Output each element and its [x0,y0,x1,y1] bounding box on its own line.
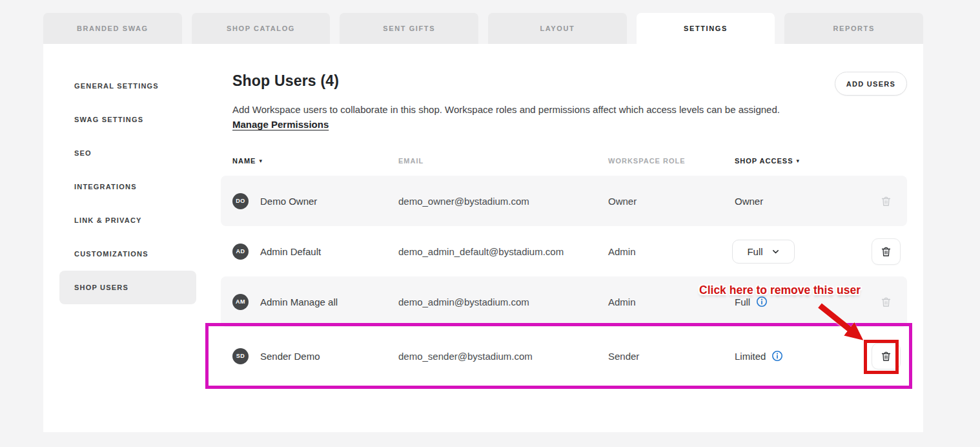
sort-arrow-icon: ▾ [259,158,263,164]
user-email: demo_admin_default@bystadium.com [398,246,608,257]
table-row: AM Admin Manage all demo_admin@bystadium… [221,276,907,327]
top-tab-bar: BRANDED SWAG SHOP CATALOG SENT GIFTS LAY… [43,13,923,44]
sidebar-item-integrations[interactable]: INTEGRATIONS [59,170,196,203]
trash-icon [872,289,901,315]
users-table: DO Demo Owner demo_owner@bystadium.com O… [221,176,907,385]
shop-access-value: Owner [735,196,763,207]
sort-arrow-icon: ▾ [796,158,800,164]
sidebar-item-seo[interactable]: SEO [59,136,196,170]
sidebar-item-link-privacy[interactable]: LINK & PRIVACY [59,203,196,237]
info-icon[interactable] [771,350,783,362]
page-title: Shop Users (4) [232,72,339,90]
shop-access-dropdown[interactable]: Full [732,240,795,264]
user-name: Sender Demo [260,351,320,362]
column-header-name[interactable]: NAME ▾ [232,157,398,165]
trash-icon [880,350,892,362]
sidebar-item-shop-users[interactable]: SHOP USERS [59,271,196,304]
chevron-down-icon [771,247,780,256]
user-email: demo_sender@bystadium.com [398,351,608,362]
workspace-role: Sender [608,351,726,362]
user-email: demo_admin@bystadium.com [398,296,608,307]
user-email: demo_owner@bystadium.com [398,196,608,207]
info-icon[interactable] [756,296,768,307]
workspace-role: Admin [608,296,726,307]
tab-shop-catalog[interactable]: SHOP CATALOG [192,13,331,44]
table-row: DO Demo Owner demo_owner@bystadium.com O… [221,176,907,226]
avatar: DO [232,193,249,209]
shop-users-content: Shop Users (4) Add Workspace users to co… [221,44,907,432]
settings-sidebar: GENERAL SETTINGS SWAG SETTINGS SEO INTEG… [59,69,196,304]
sidebar-item-general-settings[interactable]: GENERAL SETTINGS [59,69,196,103]
shop-access-value: Full [735,296,750,307]
delete-user-button[interactable] [872,238,901,265]
table-row: SD Sender Demo demo_sender@bystadium.com… [221,327,907,385]
manage-permissions-link[interactable]: Manage Permissions [232,119,329,130]
sidebar-item-customizations[interactable]: CUSTOMIZATIONS [59,237,196,271]
add-users-button[interactable]: ADD USERS [835,72,907,96]
tab-branded-swag[interactable]: BRANDED SWAG [43,13,182,44]
avatar: SD [232,348,249,364]
user-name: Admin Manage all [260,296,338,307]
workspace-role: Owner [608,196,726,207]
workspace-role: Admin [608,246,726,257]
trash-icon [872,188,901,214]
table-header-row: NAME ▾ EMAIL WORKSPACE ROLE SHOP ACCESS … [221,154,907,167]
user-name: Demo Owner [260,196,317,207]
tab-settings[interactable]: SETTINGS [637,13,775,44]
sidebar-item-swag-settings[interactable]: SWAG SETTINGS [59,103,196,136]
page-description: Add Workspace users to collaborate in th… [232,104,852,115]
column-header-workspace-role: WORKSPACE ROLE [608,157,726,165]
delete-user-button[interactable] [872,343,901,369]
table-row: AD Admin Default demo_admin_default@byst… [221,226,907,276]
column-header-shop-access[interactable]: SHOP ACCESS ▾ [726,157,865,165]
tab-layout[interactable]: LAYOUT [488,13,627,44]
settings-panel: GENERAL SETTINGS SWAG SETTINGS SEO INTEG… [43,44,923,432]
avatar: AD [232,244,249,260]
tab-reports[interactable]: REPORTS [784,13,923,44]
user-name: Admin Default [260,246,321,257]
shop-access-value: Limited [735,351,766,362]
avatar: AM [232,294,249,310]
trash-icon [880,245,892,258]
tab-sent-gifts[interactable]: SENT GIFTS [340,13,478,44]
column-header-email: EMAIL [398,157,608,165]
